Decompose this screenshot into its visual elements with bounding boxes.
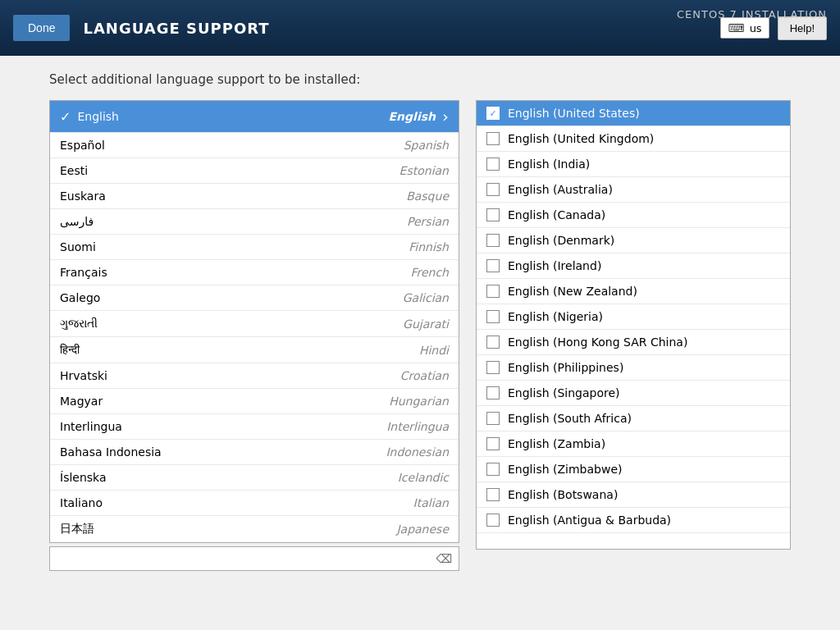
checkmark-icon: ✓ [60,109,71,125]
language-native-name: 日本語 [60,522,94,536]
language-list[interactable]: ✓EnglishEnglish›EspañolSpanishEestiEston… [49,100,459,543]
locale-label: English (Botswana) [508,488,618,501]
language-english-name: French [410,266,449,279]
language-english-name: English [389,110,436,123]
language-native-name: Interlingua [60,420,122,433]
language-native-name: ✓English [60,109,119,125]
language-item[interactable]: हिन्दीHindi [50,337,459,363]
keyboard-layout: us [750,22,762,34]
locale-checkbox [486,361,500,374]
locale-item[interactable]: English (Botswana) [477,482,790,508]
locale-checkbox [486,488,500,501]
language-english-name: Galician [403,291,449,304]
language-item[interactable]: فارسیPersian [50,209,459,235]
language-item[interactable]: ItalianoItalian [50,491,459,516]
language-english-name: Interlingua [386,420,449,433]
locale-item[interactable]: English (South Africa) [477,406,790,431]
locale-checkbox [486,310,500,323]
lists-container: ✓EnglishEnglish›EspañolSpanishEestiEston… [49,100,791,571]
language-item[interactable]: HrvatskiCroatian [50,363,459,389]
language-native-name: Íslenska [60,471,107,484]
clear-icon[interactable]: ⌫ [436,552,452,565]
locale-label: English (South Africa) [508,412,632,425]
locale-checkbox [486,514,500,527]
header-right: CENTOS 7 INSTALLATION ⌨ us Help! [720,16,827,40]
language-item[interactable]: ✓EnglishEnglish› [50,101,459,133]
locale-item[interactable]: English (Philippines) [477,355,790,381]
language-english-name: Finnish [409,240,449,253]
locale-label: English (Denmark) [508,234,614,247]
locale-label: English (United States) [508,107,640,120]
language-native-name: Español [60,139,105,152]
header: Done LANGUAGE SUPPORT CENTOS 7 INSTALLAT… [0,0,840,56]
locale-item[interactable]: English (Australia) [477,177,790,203]
language-english-name: Spanish [404,139,449,152]
locale-item[interactable]: English (New Zealand) [477,279,790,304]
language-native-name: Italiano [60,496,103,509]
language-native-name: Bahasa Indonesia [60,445,162,459]
locale-list-wrapper: ✓English (United States)English (United … [476,100,791,571]
locale-label: English (New Zealand) [508,285,637,298]
language-english-name: Japanese [396,523,449,536]
language-item[interactable]: FrançaisFrench [50,260,459,285]
language-item[interactable]: GalegoGalician [50,285,459,311]
checkbox-check-icon: ✓ [489,108,496,119]
locale-label: English (Nigeria) [508,310,603,323]
language-item[interactable]: SuomiFinnish [50,235,459,260]
locale-item[interactable]: English (Singapore) [477,381,790,406]
section-label: Select additional language support to be… [49,72,791,87]
header-left: Done LANGUAGE SUPPORT [13,15,270,41]
locale-label: English (India) [508,158,590,171]
locale-checkbox [486,158,500,171]
locale-checkbox [486,386,500,399]
locale-label: English (Singapore) [508,386,620,399]
locale-item[interactable]: English (Antigua & Barbuda) [477,508,790,533]
language-item[interactable]: MagyarHungarian [50,389,459,414]
locale-checkbox [486,234,500,247]
language-item[interactable]: 日本語Japanese [50,516,459,543]
keyboard-icon: ⌨ [728,21,744,34]
language-english-name: Estonian [399,164,449,177]
language-native-name: Eesti [60,164,88,177]
language-english-name: Italian [413,496,449,509]
locale-item[interactable]: English (United Kingdom) [477,126,790,152]
locale-checkbox [486,412,500,425]
language-english-name: Icelandic [398,471,449,484]
language-native-name: Hrvatski [60,369,107,382]
language-item[interactable]: ÍslenskaIcelandic [50,465,459,491]
search-input[interactable] [57,550,436,567]
locale-checkbox [486,132,500,145]
language-item[interactable]: EspañolSpanish [50,133,459,158]
locale-item[interactable]: English (Zimbabwe) [477,457,790,482]
language-english-name: Basque [406,189,449,203]
page-title: LANGUAGE SUPPORT [83,20,269,37]
language-item[interactable]: InterlinguaInterlingua [50,414,459,440]
locale-label: English (Zimbabwe) [508,463,622,476]
search-box[interactable]: ⌫ [49,546,459,571]
locale-item[interactable]: ✓English (United States) [477,101,790,126]
language-native-name: ગુજરાતી [60,317,98,331]
locale-item[interactable]: English (Hong Kong SAR China) [477,330,790,355]
locale-item[interactable]: English (Denmark) [477,228,790,253]
locale-item[interactable]: English (Ireland) [477,253,790,279]
language-native-name: Euskara [60,189,106,203]
language-native-name: Français [60,266,107,279]
locale-item[interactable]: English (Canada) [477,203,790,228]
locale-label: English (Philippines) [508,361,623,374]
locale-label: English (Canada) [508,208,605,221]
language-item[interactable]: Bahasa IndonesiaIndonesian [50,440,459,465]
locale-list[interactable]: ✓English (United States)English (United … [476,100,791,550]
language-english-name: Hindi [419,344,449,357]
expand-arrow-icon: › [442,107,449,126]
language-item[interactable]: ગુજરાતીGujarati [50,311,459,337]
language-native-name: Suomi [60,240,96,253]
language-native-name: Galego [60,291,100,304]
language-item[interactable]: EestiEstonian [50,158,459,184]
app-title: CENTOS 7 INSTALLATION [677,8,827,21]
locale-item[interactable]: English (Nigeria) [477,304,790,330]
done-button[interactable]: Done [13,15,70,41]
language-item[interactable]: EuskaraBasque [50,184,459,209]
locale-item[interactable]: English (Zambia) [477,431,790,457]
language-english-name: Croatian [400,369,449,382]
locale-item[interactable]: English (India) [477,152,790,177]
